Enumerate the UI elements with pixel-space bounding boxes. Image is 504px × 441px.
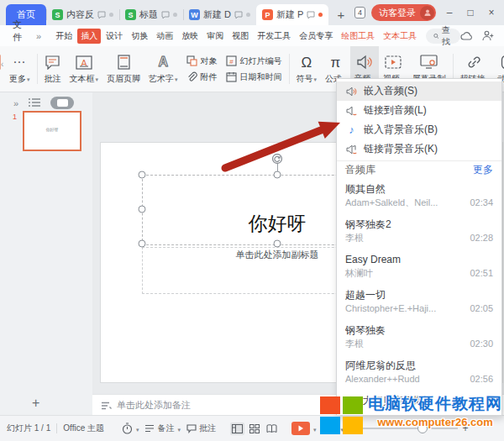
zoom-preset-dropdown[interactable] [340, 424, 344, 433]
scroll-left-icon[interactable]: ‹ [1, 60, 3, 69]
menu-member[interactable]: 会员专享 [296, 29, 336, 44]
new-tab-button[interactable]: + [328, 8, 353, 22]
object-button[interactable]: 对象 [186, 55, 218, 67]
search-label: 查找 [442, 24, 453, 48]
resize-handle-top-mid[interactable] [274, 171, 281, 179]
guest-login-button[interactable]: 访客登录 [371, 4, 436, 21]
datetime-label: 日期和时间 [240, 71, 282, 83]
textbox-icon: A [76, 55, 92, 70]
cloud-sync-icon[interactable] [460, 31, 473, 41]
normal-view-button[interactable] [230, 423, 244, 435]
audio-track-item[interactable]: 超越一切 Christopher+E.+Haji... 02:05 [337, 285, 501, 320]
zoom-slider-knob[interactable] [417, 423, 428, 433]
audio-track-item[interactable]: 顺其自然 Adam+Salkeld、Neil... 02:34 [337, 179, 501, 214]
chat-bubble-icon [234, 11, 243, 19]
menu-review[interactable]: 审阅 [203, 29, 227, 44]
textbox-label: 文本框 [70, 73, 99, 85]
resize-handle-bottom-mid[interactable] [274, 240, 281, 248]
titlebar: 首页 S 内容反 S 标题 W 新建 D P 新建 P + 4 访客登录 – □… [0, 0, 504, 25]
invite-user-icon[interactable] [482, 30, 494, 41]
audio-track-item[interactable]: 钢琴独奏2 李根 02:28 [337, 214, 501, 249]
zoom-in-button[interactable] [463, 423, 469, 434]
speaker-link-icon [346, 144, 357, 155]
menu-transition[interactable]: 切换 [128, 29, 151, 44]
slide-view-toggle[interactable] [50, 97, 74, 109]
comment-bubble-icon [186, 424, 197, 433]
slide-number-button[interactable]: # 幻灯片编号 [226, 55, 282, 67]
search-box[interactable]: 查找 [426, 29, 460, 44]
menu-developer[interactable]: 开发工具 [254, 29, 294, 44]
menu-drawing-tools[interactable]: 绘图工具 [338, 29, 378, 44]
menu-item-label: 嵌入音频(S) [364, 84, 417, 98]
audio-track-item[interactable]: 降D大调贝塞鲁斯 [337, 391, 501, 416]
tab-label: 新建 D [203, 8, 231, 21]
zoom-slider[interactable] [359, 428, 458, 429]
tab-status-dot [246, 13, 250, 17]
notes-toggle-button[interactable]: 备注 [144, 423, 181, 434]
menu-view[interactable]: 视图 [228, 29, 252, 44]
slide-counter: 幻灯片 1 / 1 [7, 423, 50, 434]
comment-button[interactable]: 批注 [40, 46, 66, 92]
video-icon [385, 55, 402, 69]
attachment-button[interactable]: 附件 [186, 71, 218, 83]
audio-track-item[interactable]: 钢琴独奏 李根 02:30 [337, 320, 501, 355]
audio-track-item[interactable]: 阿维尼翁的反思 Alexander++Rudd 02:56 [337, 355, 501, 391]
menu-item-label: 链接背景音乐(K) [364, 142, 438, 156]
close-button[interactable]: × [484, 7, 499, 18]
track-artist: Christopher+E.+Haji... [345, 302, 436, 315]
menu-animation[interactable]: 动画 [153, 29, 176, 44]
message-count-badge[interactable]: 4 [354, 7, 365, 18]
resize-handle-top-left[interactable] [139, 171, 146, 179]
expand-panel-icon[interactable]: » [13, 98, 18, 108]
menu-embed-audio[interactable]: 嵌入音频(S) [337, 81, 501, 101]
theme-name[interactable]: Office 主题 [63, 423, 104, 434]
datetime-button[interactable]: 日期和时间 [226, 71, 282, 83]
header-footer-button[interactable]: 页眉页脚 [102, 46, 144, 92]
textbox-button[interactable]: A 文本框 [66, 46, 103, 92]
track-title: 钢琴独奏 [345, 323, 493, 338]
audio-track-item[interactable]: Easy Dream 林澜叶 02:51 [337, 249, 501, 285]
resize-handle-bottom-left[interactable] [139, 240, 146, 248]
tab-doc-3[interactable]: W 新建 D [183, 4, 256, 25]
symbol-button[interactable]: Ω 符号 [292, 46, 322, 92]
reading-view-button[interactable] [265, 423, 279, 435]
zoom-out-button[interactable] [349, 424, 354, 433]
tab-doc-1[interactable]: S 内容反 [46, 4, 119, 25]
tab-doc-2[interactable]: S 标题 [119, 4, 183, 25]
slide-thumbnail[interactable]: 你好呀 [23, 111, 81, 151]
fit-window-icon[interactable] [324, 423, 335, 433]
statusbar: 幻灯片 1 / 1 Office 主题 备注 批注 [0, 415, 504, 441]
presentation-icon: P [262, 9, 273, 20]
notes-toggle-label: 备注 [157, 423, 174, 434]
minimize-button[interactable]: – [442, 7, 457, 18]
track-title: 阿维尼翁的反思 [345, 359, 493, 373]
wordart-icon: A [159, 55, 169, 69]
more-toolbar-icon[interactable] [36, 30, 41, 42]
menu-link-background-music[interactable]: 链接背景音乐(K) [337, 139, 501, 159]
play-slideshow-button[interactable] [291, 422, 317, 435]
track-duration: 02:05 [470, 302, 493, 315]
wordart-button[interactable]: A 艺术字 [144, 46, 182, 92]
menu-slideshow[interactable]: 放映 [178, 29, 202, 44]
menu-item-label: 嵌入背景音乐(B) [364, 123, 438, 137]
track-title: 降D大调贝塞鲁斯 [345, 394, 493, 408]
tab-doc-4-active[interactable]: P 新建 P [256, 4, 328, 25]
track-duration: 02:30 [470, 338, 493, 350]
audio-library-more-link[interactable]: 更多 [473, 163, 493, 177]
rehearse-timer-button[interactable] [122, 423, 139, 434]
add-slide-button[interactable]: + [32, 396, 39, 411]
comments-toggle-button[interactable]: 批注 [186, 423, 216, 434]
menu-design[interactable]: 设计 [102, 29, 126, 44]
slide-sorter-view-button[interactable] [248, 423, 261, 435]
outline-view-icon[interactable] [29, 98, 40, 108]
menu-embed-background-music[interactable]: ♪ 嵌入背景音乐(B) [337, 120, 501, 139]
menu-link-audio[interactable]: 链接到音频(L) [337, 101, 501, 120]
menu-start[interactable]: 开始 [52, 29, 76, 44]
chat-bubble-icon [97, 11, 106, 19]
menu-text-tools[interactable]: 文本工具 [380, 29, 420, 44]
rotate-handle[interactable] [272, 154, 283, 165]
maximize-button[interactable]: □ [463, 7, 478, 18]
more-insert-button[interactable]: ⋯ 更多 [5, 46, 34, 92]
menu-insert-active[interactable]: 插入 [77, 29, 101, 44]
calendar-icon [226, 71, 237, 82]
